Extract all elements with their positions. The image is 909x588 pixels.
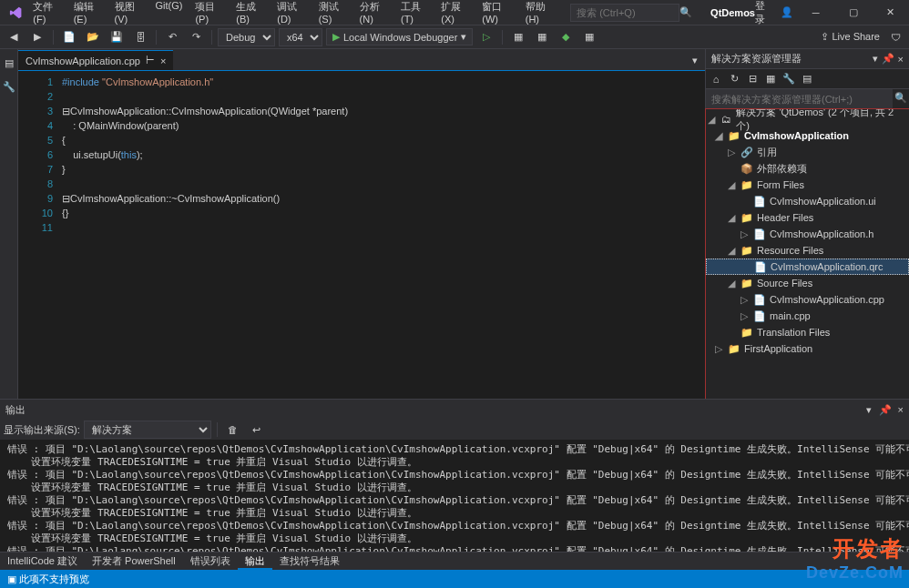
tree-node[interactable]: ◢📁Header Files bbox=[706, 209, 909, 226]
expand-icon[interactable]: ▷ bbox=[739, 228, 750, 240]
menu-item[interactable]: 工具(T) bbox=[395, 0, 434, 28]
wrap-icon[interactable]: ↩ bbox=[247, 420, 267, 440]
platform-combo[interactable]: x64 bbox=[279, 28, 322, 46]
maximize-button[interactable]: ▢ bbox=[838, 0, 868, 25]
output-panel: 输出 ▾ 📌 × 显示输出来源(S): 解决方案 🗑 ↩ 错误 : 项目 "D:… bbox=[0, 399, 909, 570]
tree-node-label: Source Files bbox=[757, 278, 812, 289]
clear-icon[interactable]: 🗑 bbox=[223, 420, 243, 440]
menu-item[interactable]: 视图(V) bbox=[109, 0, 148, 28]
sync-icon[interactable]: ↻ bbox=[726, 71, 742, 87]
admin-icon[interactable]: 🛡 bbox=[885, 27, 905, 47]
tree-node-label: CvImshowApplication.ui bbox=[770, 196, 876, 207]
window-dropdown-icon[interactable]: ▾ bbox=[685, 50, 705, 70]
tree-node[interactable]: ◢📁Form Files bbox=[706, 177, 909, 193]
expand-icon[interactable]: ◢ bbox=[726, 212, 737, 224]
undo-icon[interactable]: ↶ bbox=[162, 27, 182, 47]
close-icon[interactable]: × bbox=[160, 56, 166, 66]
tree-node[interactable]: ◢📁Source Files bbox=[706, 275, 909, 291]
qt-icon[interactable]: ◆ bbox=[556, 27, 576, 47]
collapse-icon[interactable]: ⊟ bbox=[744, 71, 761, 87]
save-all-icon[interactable]: 🗄 bbox=[130, 27, 150, 47]
expand-icon[interactable]: ▷ bbox=[726, 147, 737, 158]
menu-item[interactable]: 编辑(E) bbox=[68, 0, 107, 28]
pin-icon[interactable]: 📌 bbox=[879, 404, 892, 415]
output-tab[interactable]: 输出 bbox=[238, 553, 272, 570]
output-tab-strip: IntelliCode 建议开发者 PowerShell错误列表输出查找符号结果 bbox=[0, 552, 909, 570]
menu-item[interactable]: 窗口(W) bbox=[476, 0, 517, 28]
start-debugging-button[interactable]: ▶ Local Windows Debugger ▾ bbox=[326, 28, 473, 46]
node-icon: 📁 bbox=[728, 129, 740, 142]
output-tab[interactable]: 查找符号结果 bbox=[272, 553, 347, 570]
nav-fwd-icon[interactable]: ▶ bbox=[27, 27, 47, 47]
close-button[interactable]: ✕ bbox=[875, 0, 905, 25]
editor-tab[interactable]: CvImshowApplication.cpp ⊢ × bbox=[18, 50, 173, 70]
close-icon[interactable]: × bbox=[898, 404, 904, 415]
nav-back-icon[interactable]: ◀ bbox=[4, 27, 24, 47]
solution-tree[interactable]: ◢🗂 解决方案 'QtDemos' (2 个项目, 共 2 个) ◢📁CvIms… bbox=[706, 109, 909, 442]
tree-node[interactable]: ▷📄main.cpp bbox=[706, 308, 909, 324]
tb-icon-2[interactable]: ▦ bbox=[532, 27, 552, 47]
close-icon[interactable]: × bbox=[898, 54, 904, 65]
main-toolbar: ◀ ▶ 📄 📂 💾 🗄 ↶ ↷ Debug x64 ▶ Local Window… bbox=[0, 25, 909, 49]
status-text: 此项不支持预览 bbox=[19, 573, 89, 586]
tree-node[interactable]: ▷📄CvImshowApplication.h bbox=[706, 226, 909, 242]
tb-icon-3[interactable]: ▦ bbox=[579, 27, 599, 47]
expand-icon[interactable]: ▷ bbox=[739, 310, 750, 322]
save-icon[interactable]: 💾 bbox=[107, 27, 127, 47]
server-explorer-icon[interactable]: ▤ bbox=[0, 53, 19, 73]
menu-item[interactable]: 生成(B) bbox=[230, 0, 270, 28]
start-without-debug-icon[interactable]: ▷ bbox=[476, 27, 496, 47]
output-tab[interactable]: 开发者 PowerShell bbox=[85, 553, 183, 570]
tree-node[interactable]: ▷📁FirstApplication bbox=[706, 340, 909, 357]
toolbox-icon[interactable]: 🔧 bbox=[0, 76, 19, 96]
menu-item[interactable]: 分析(N) bbox=[354, 0, 393, 28]
expand-icon[interactable]: ◢ bbox=[726, 278, 737, 289]
menu-item[interactable]: 扩展(X) bbox=[435, 0, 475, 28]
expand-icon[interactable]: ▷ bbox=[739, 294, 750, 306]
expand-icon[interactable]: ◢ bbox=[726, 245, 737, 257]
show-all-icon[interactable]: ▦ bbox=[762, 71, 779, 87]
tb-icon-1[interactable]: ▦ bbox=[508, 27, 528, 47]
output-tab[interactable]: IntelliCode 建议 bbox=[0, 553, 85, 570]
search-icon[interactable]: 🔍 bbox=[893, 89, 909, 106]
menu-item[interactable]: 项目(P) bbox=[189, 0, 229, 28]
output-text[interactable]: 错误 : 项目 "D:\Laolang\source\repos\QtDemos… bbox=[0, 440, 909, 552]
pin-icon[interactable]: 📌 bbox=[882, 53, 894, 65]
expand-icon[interactable]: ▷ bbox=[713, 343, 724, 355]
output-source-combo[interactable]: 解决方案 bbox=[84, 421, 211, 439]
menu-item[interactable]: 文件(F) bbox=[27, 0, 66, 28]
menu-item[interactable]: 帮助(H) bbox=[520, 0, 559, 28]
open-icon[interactable]: 📂 bbox=[83, 27, 103, 47]
tree-node[interactable]: ▷🔗引用 bbox=[706, 144, 909, 160]
solution-root[interactable]: ◢🗂 解决方案 'QtDemos' (2 个项目, 共 2 个) bbox=[706, 111, 909, 127]
tree-node[interactable]: 📁Translation Files bbox=[706, 324, 909, 340]
tree-node-label: main.cpp bbox=[770, 310, 811, 321]
menu-item[interactable]: 调试(D) bbox=[271, 0, 311, 28]
home-icon[interactable]: ⌂ bbox=[708, 71, 724, 87]
expand-icon[interactable]: ◢ bbox=[713, 130, 724, 142]
dropdown-icon[interactable]: ▾ bbox=[866, 404, 872, 415]
tree-node[interactable]: 📄CvImshowApplication.ui bbox=[706, 193, 909, 209]
dropdown-icon[interactable]: ▾ bbox=[873, 53, 878, 65]
expand-icon[interactable]: ◢ bbox=[726, 179, 737, 191]
config-combo[interactable]: Debug bbox=[218, 28, 275, 46]
user-icon[interactable]: 👤 bbox=[781, 6, 793, 18]
tree-node-label: CvImshowApplication bbox=[744, 130, 849, 141]
preview-icon[interactable]: ▤ bbox=[799, 71, 815, 87]
menu-item[interactable]: Git(G) bbox=[149, 0, 188, 28]
login-link[interactable]: 登录 bbox=[755, 0, 773, 26]
properties-icon[interactable]: 🔧 bbox=[781, 71, 797, 87]
pin-icon[interactable]: ⊢ bbox=[146, 55, 155, 66]
new-item-icon[interactable]: 📄 bbox=[59, 27, 79, 47]
live-share-button[interactable]: ⇪ Live Share bbox=[821, 31, 880, 43]
menu-item[interactable]: 测试(S) bbox=[313, 0, 352, 28]
tree-node[interactable]: 📄CvImshowApplication.qrc bbox=[706, 259, 909, 275]
output-tab[interactable]: 错误列表 bbox=[183, 553, 238, 570]
tree-node[interactable]: ▷📄CvImshowApplication.cpp bbox=[706, 291, 909, 308]
tree-node[interactable]: ◢📁Resource Files bbox=[706, 242, 909, 259]
search-input[interactable] bbox=[570, 4, 679, 22]
redo-icon[interactable]: ↷ bbox=[186, 27, 206, 47]
tree-node[interactable]: 📦外部依赖项 bbox=[706, 160, 909, 177]
solution-search-input[interactable] bbox=[706, 89, 893, 108]
minimize-button[interactable]: ─ bbox=[801, 0, 831, 25]
